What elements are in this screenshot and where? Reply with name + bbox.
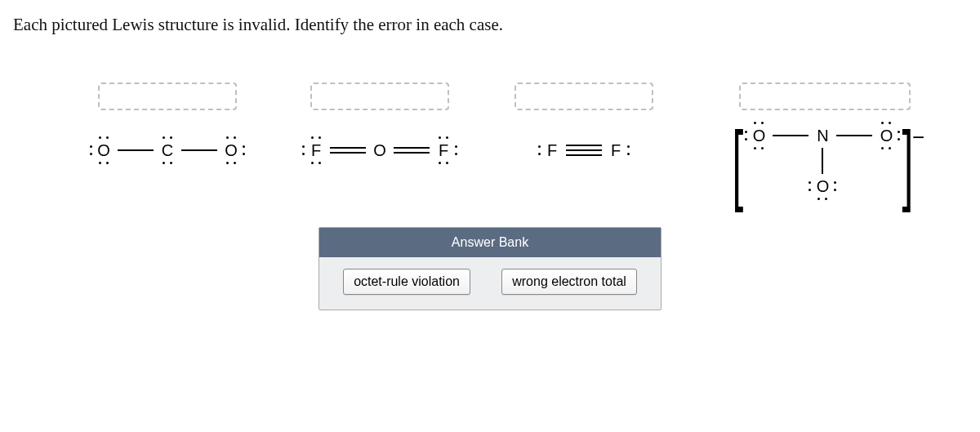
atom-O-bottom: O	[813, 177, 831, 195]
structure-1: O C O	[82, 82, 253, 159]
dropzone-2[interactable]	[310, 82, 449, 110]
atom-O-tl: O	[750, 127, 768, 145]
atom-O-tr: O	[877, 127, 895, 145]
lewis-2: F O F	[307, 141, 452, 159]
atom-C: C	[158, 141, 176, 159]
bond-double	[394, 147, 430, 154]
atom-F-right: F	[434, 141, 452, 159]
lewis-1: O C O	[95, 141, 240, 159]
atom-N: N	[813, 127, 831, 145]
atom-F-left: F	[307, 141, 325, 159]
bracket-right: ]	[902, 122, 914, 203]
dropzone-3[interactable]	[514, 82, 653, 110]
atom-F-left: F	[543, 141, 561, 159]
dropzone-4[interactable]	[739, 82, 911, 110]
atom-F-right: F	[607, 141, 625, 159]
dropzone-1[interactable]	[98, 82, 237, 110]
lewis-4: [ O N O	[725, 122, 924, 203]
answer-bank-body: octet-rule violation wrong electron tota…	[319, 257, 661, 310]
ion-charge: −	[912, 125, 924, 150]
chip-octet-violation[interactable]: octet-rule violation	[343, 269, 470, 295]
bond-single	[118, 149, 154, 151]
structure-2: F O F	[294, 82, 466, 159]
bond-triple	[566, 145, 602, 156]
bond-single	[773, 135, 808, 136]
answer-bank: Answer Bank octet-rule violation wrong e…	[318, 227, 662, 310]
atom-O-left: O	[95, 141, 113, 159]
lewis-3: F F	[543, 141, 625, 159]
answer-bank-header: Answer Bank	[319, 228, 661, 257]
bracket-left: [	[732, 122, 743, 203]
bond-double	[330, 147, 366, 154]
question-prompt: Each pictured Lewis structure is invalid…	[0, 0, 980, 42]
structure-4: [ O N O	[702, 82, 947, 203]
bond-single-vert	[822, 148, 823, 174]
bond-single	[181, 149, 217, 151]
structures-row: O C O F	[0, 42, 980, 203]
bond-single	[836, 135, 872, 136]
atom-O-center: O	[371, 141, 389, 159]
atom-O-right: O	[222, 141, 240, 159]
chip-wrong-electron-total[interactable]: wrong electron total	[501, 269, 637, 295]
structure-3: F F	[498, 82, 670, 159]
